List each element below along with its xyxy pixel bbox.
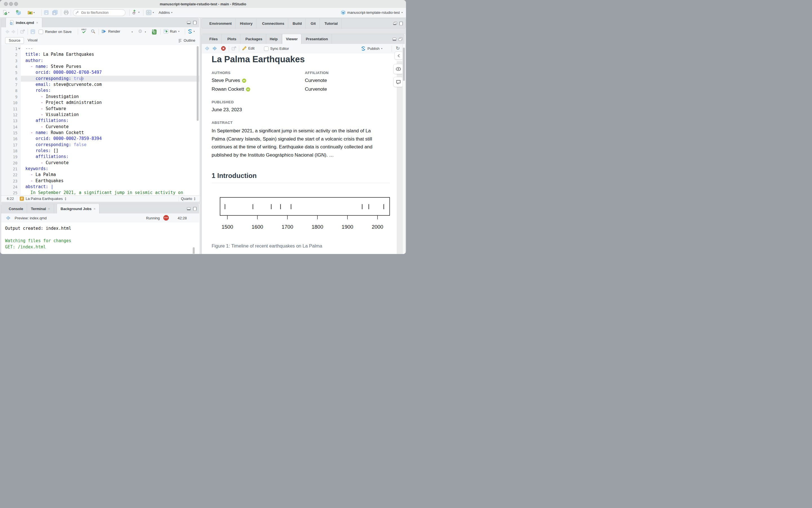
svg-text:1600: 1600 <box>252 224 263 230</box>
code-line: roles: [] <box>21 148 58 154</box>
show-highlights-button[interactable] <box>393 64 403 74</box>
code-line: author: <box>21 58 43 64</box>
tab-label: Build <box>293 22 302 26</box>
minimize-pane-icon[interactable] <box>187 21 191 25</box>
tab-help[interactable]: Help <box>266 34 281 44</box>
find-replace-icon[interactable] <box>91 29 96 34</box>
orcid-icon[interactable]: iD <box>246 87 250 91</box>
editor-gutter: 1234567891011121314151617181920212223242… <box>1 45 21 196</box>
line-number: 24 <box>1 185 17 189</box>
run-button[interactable]: Run ▾ <box>163 29 179 34</box>
code-line: corresponding: true <box>21 76 84 82</box>
tab-label: Plots <box>228 37 236 41</box>
clear-viewer-button[interactable] <box>221 46 226 51</box>
svg-text:2000: 2000 <box>372 224 383 230</box>
back-icon[interactable] <box>5 30 10 34</box>
close-tab-icon[interactable]: × <box>36 20 38 25</box>
tab-terminal[interactable]: Terminal× <box>27 204 54 213</box>
fold-caret-icon[interactable] <box>18 48 21 50</box>
tab-presentation[interactable]: Presentation <box>302 34 332 44</box>
console-back-icon[interactable] <box>6 216 10 220</box>
line-number: 19 <box>1 155 17 159</box>
new-file-button[interactable]: ▾ <box>3 10 9 15</box>
viewer-popout-icon[interactable] <box>232 46 237 51</box>
stop-job-button[interactable]: STOP <box>163 215 169 220</box>
tab-label: Git <box>311 22 316 26</box>
tab-console[interactable]: Console <box>5 204 27 213</box>
viewer-scrollbar-track[interactable] <box>402 44 405 254</box>
publish-button[interactable]: Publish ▾ <box>361 46 382 51</box>
spellcheck-abc-icon: ABC <box>81 28 87 31</box>
viewer-forward-icon[interactable] <box>212 46 217 51</box>
line-number: 2 <box>1 52 17 57</box>
tab-build[interactable]: Build <box>289 18 306 28</box>
goto-file-input[interactable] <box>81 10 124 15</box>
version-control-button[interactable]: + − G ▾ <box>132 9 139 15</box>
tab-visual[interactable]: Visual <box>24 37 41 43</box>
console-scrollbar[interactable] <box>193 247 195 254</box>
filetype-selector[interactable]: Quarto ▲▼ <box>181 197 196 201</box>
tab-source[interactable]: Source <box>5 37 24 44</box>
addins-label: Addins <box>159 10 170 15</box>
restore-pane-icon[interactable] <box>393 22 397 25</box>
gear-icon[interactable]: ⚙ <box>138 29 142 34</box>
orcid-icon[interactable]: iD <box>242 79 246 83</box>
render-button[interactable]: Render <box>102 29 120 34</box>
open-file-button[interactable]: ▾ <box>28 10 35 15</box>
rerun-button[interactable]: ▾ <box>188 29 195 34</box>
tab-background-jobs[interactable]: Background Jobs× <box>56 204 99 213</box>
sync-editor-checkbox[interactable] <box>264 46 269 51</box>
svg-text:1500: 1500 <box>221 224 233 230</box>
maximize-pane-icon[interactable] <box>193 21 197 25</box>
tab-viewer[interactable]: Viewer <box>282 34 302 44</box>
edit-label: Edit <box>248 46 254 50</box>
forward-icon[interactable] <box>11 30 16 34</box>
render-on-save-checkbox[interactable] <box>39 30 43 34</box>
outline-toggle[interactable]: Outline <box>178 38 195 43</box>
spellcheck-button[interactable]: ABC <box>81 28 87 33</box>
save-all-button[interactable] <box>52 10 58 15</box>
close-tab-icon[interactable]: × <box>93 207 96 211</box>
annotation-sidebar-toggle[interactable] <box>395 51 403 60</box>
close-tab-icon[interactable]: × <box>48 207 50 211</box>
goto-file-search[interactable] <box>73 9 125 16</box>
console-output[interactable]: Output created: index.html Watching file… <box>1 222 199 254</box>
section-selector[interactable]: # La Palma Earthquakes ▲▼ <box>20 197 67 201</box>
tab-packages[interactable]: Packages <box>242 34 266 44</box>
minimize-pane-icon[interactable] <box>187 207 191 211</box>
line-number: 25 <box>1 190 17 195</box>
print-button[interactable] <box>64 10 69 15</box>
viewer-back-icon[interactable] <box>205 46 209 51</box>
maximize-pane-icon[interactable] <box>399 22 403 25</box>
restore-pane-icon[interactable] <box>398 37 403 41</box>
open-in-window-icon[interactable] <box>20 29 25 34</box>
pane-layout-button[interactable]: ▾ <box>146 10 154 15</box>
project-menu[interactable]: R manuscript-template-rstudio-test ▾ <box>341 10 403 15</box>
minimize-pane-icon[interactable] <box>393 37 397 41</box>
tab-connections[interactable]: Connections <box>258 18 288 28</box>
line-number: 10 <box>1 100 17 105</box>
insert-chunk-button[interactable]: C <box>151 29 157 35</box>
refresh-icon[interactable]: ↻ <box>396 45 400 51</box>
new-project-button[interactable] <box>16 10 22 15</box>
maximize-pane-icon[interactable] <box>193 207 197 211</box>
tab-environment[interactable]: Environment <box>206 18 236 28</box>
editor-scrollbar[interactable] <box>197 46 199 121</box>
tab-index-qmd[interactable]: index.qmd × <box>6 18 42 27</box>
viewer-scrollbar-thumb[interactable] <box>403 48 405 81</box>
gear-caret[interactable]: ▾ <box>145 31 146 34</box>
console-pane: ConsoleTerminal×Background Jobs× Preview… <box>1 204 200 254</box>
tab-tutorial[interactable]: Tutorial <box>321 18 342 28</box>
render-options-caret[interactable]: ▾ <box>131 31 133 34</box>
tab-plots[interactable]: Plots <box>224 34 240 44</box>
edit-button[interactable]: Edit <box>242 46 254 51</box>
save-file-icon[interactable] <box>31 29 35 34</box>
line-number: 15 <box>1 131 17 135</box>
save-button[interactable] <box>44 10 49 15</box>
tab-files[interactable]: Files <box>206 34 222 44</box>
code-editor[interactable]: 1234567891011121314151617181920212223242… <box>1 45 199 196</box>
tab-history[interactable]: History <box>236 18 256 28</box>
new-page-note-button[interactable] <box>393 77 403 87</box>
tab-git[interactable]: Git <box>307 18 320 28</box>
addins-menu[interactable]: Addins ▾ <box>159 10 172 15</box>
